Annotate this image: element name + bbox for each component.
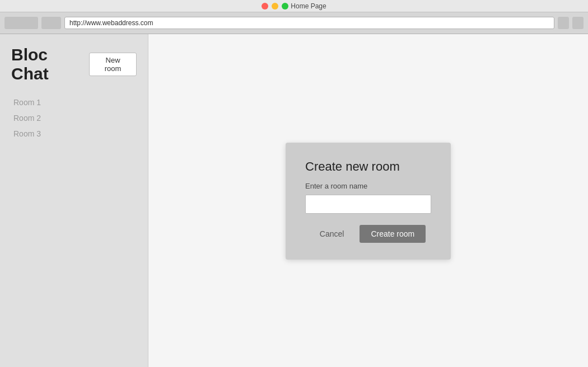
sidebar-header: Bloc Chat New room — [11, 45, 137, 83]
create-room-button[interactable]: Create room — [360, 225, 426, 243]
room-item-3[interactable]: Room 3 — [11, 126, 137, 142]
browser-titlebar: Home Page — [0, 0, 588, 12]
traffic-light-red[interactable] — [262, 3, 268, 10]
new-room-button[interactable]: New room — [89, 53, 137, 76]
sidebar: Bloc Chat New room Room 1 Room 2 Room 3 — [0, 34, 148, 367]
modal-overlay: Create new room Enter a room name Cancel… — [148, 34, 588, 367]
traffic-lights — [262, 3, 288, 10]
room-list: Room 1 Room 2 Room 3 — [11, 95, 137, 142]
browser-toolbar — [0, 12, 588, 34]
traffic-light-green[interactable] — [282, 3, 288, 10]
modal-actions: Cancel Create room — [305, 225, 431, 243]
browser-chrome: Home Page — [0, 0, 588, 34]
nav-forward-button[interactable] — [41, 17, 61, 29]
create-room-modal: Create new room Enter a room name Cancel… — [286, 143, 451, 260]
browser-title: Home Page — [291, 2, 326, 10]
cancel-button[interactable]: Cancel — [311, 226, 353, 242]
modal-title: Create new room — [305, 159, 431, 174]
nav-back-button[interactable] — [4, 17, 38, 29]
app-title: Bloc Chat — [11, 45, 89, 83]
room-name-input[interactable] — [305, 195, 431, 214]
modal-label: Enter a room name — [305, 182, 431, 190]
room-item-1[interactable]: Room 1 — [11, 95, 137, 110]
traffic-light-yellow[interactable] — [272, 3, 278, 10]
app-container: Bloc Chat New room Room 1 Room 2 Room 3 … — [0, 34, 588, 367]
menu-button[interactable] — [572, 17, 584, 29]
refresh-button[interactable] — [558, 17, 569, 29]
main-content: Create new room Enter a room name Cancel… — [148, 34, 588, 367]
address-bar[interactable] — [64, 17, 554, 29]
room-item-2[interactable]: Room 2 — [11, 110, 137, 126]
